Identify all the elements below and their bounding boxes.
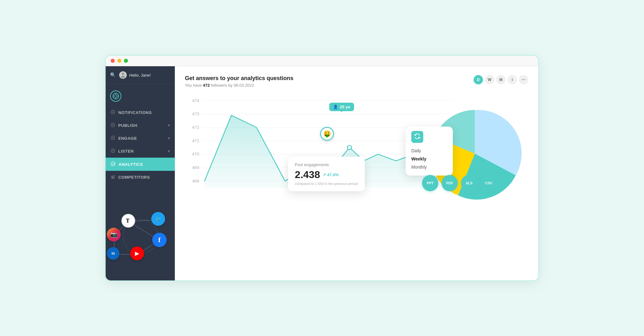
sidebar-item-notifications[interactable]: NOTIFICATIONS [106, 106, 175, 119]
search-icon[interactable]: 🔍 [110, 72, 116, 78]
chart-marker-emoji: 🤑 [323, 130, 331, 138]
sidebar-item-listen[interactable]: LISTEN ▾ [106, 145, 175, 158]
subtitle-prefix: You have [185, 83, 203, 88]
period-btn-i[interactable]: i [508, 75, 517, 84]
sidebar-item-label-competitors: COMPETITORS [118, 175, 150, 180]
social-node-instagram[interactable]: 📷 [107, 228, 121, 241]
tooltip-age-value: 25 yo [340, 105, 350, 109]
sidebar-item-publish[interactable]: PUBLISH ▾ [106, 119, 175, 132]
age-tooltip: 👤 25 yo [329, 103, 354, 111]
sidebar-item-label-publish: PUBLISH [118, 123, 137, 128]
export-btn-ppt[interactable]: PPT [422, 175, 438, 191]
browser-titlebar [106, 56, 538, 66]
chevron-down-icon: ▾ [168, 123, 170, 127]
sidebar: 🔍 Hello, Jane! [106, 66, 175, 280]
competitors-icon [111, 175, 115, 180]
subtitle-suffix: followers by 06.03.2022 [210, 83, 254, 88]
chart-area: 474 473 472 471 470 469 468 [185, 94, 528, 194]
period-controls: D W M i ⋯ [474, 75, 528, 84]
engagement-card: Post engagements 2.438 ↗ 47,4% compared … [288, 157, 365, 191]
sidebar-item-label-engage: ENGAGE [118, 136, 137, 141]
svg-text:470: 470 [192, 152, 199, 157]
svg-point-3 [114, 95, 117, 97]
sidebar-item-label-notifications: NOTIFICATIONS [118, 110, 152, 115]
svg-rect-19 [112, 177, 114, 178]
frequency-item-weekly[interactable]: Weekly [411, 155, 445, 163]
svg-point-42 [347, 145, 352, 149]
analytics-icon [111, 161, 115, 167]
social-node-youtube[interactable]: ▶ [130, 247, 144, 260]
brand-area [106, 84, 175, 105]
engagement-compare: compared to 1.654 in the previous period [295, 182, 358, 186]
engagement-number: 2.438 [295, 169, 320, 181]
export-buttons: PPT PDF XLS CSV [422, 175, 497, 191]
export-btn-csv[interactable]: CSV [480, 175, 497, 191]
chevron-down-icon-engage: ▾ [168, 136, 170, 140]
sidebar-item-engage[interactable]: ENGAGE ▾ [106, 132, 175, 145]
frequency-item-daily[interactable]: Daily [411, 147, 445, 155]
main-content: Get answers to your analytics questions … [175, 66, 538, 280]
sidebar-nav: NOTIFICATIONS PUBLISH ▾ [106, 105, 175, 208]
social-node-linkedin[interactable]: in [107, 247, 119, 260]
browser-dot-green [124, 59, 128, 63]
refresh-icon [414, 133, 421, 141]
avatar [119, 71, 127, 79]
export-btn-xls[interactable]: XLS [461, 175, 477, 191]
publish-icon [111, 123, 115, 128]
period-btn-d[interactable]: D [474, 75, 483, 84]
svg-point-0 [122, 73, 124, 75]
svg-text:𝕋: 𝕋 [125, 218, 130, 224]
svg-text:469: 469 [192, 165, 199, 170]
frequency-card: Daily Weekly Monthly [406, 127, 453, 176]
user-name: Hello, Jane! [129, 73, 151, 78]
svg-point-9 [112, 111, 114, 113]
sidebar-header: 🔍 Hello, Jane! [106, 66, 175, 84]
svg-point-13 [112, 137, 114, 138]
svg-text:473: 473 [192, 112, 199, 117]
svg-point-15 [112, 150, 114, 151]
followers-count: 472 [203, 83, 210, 88]
social-node-twitter[interactable]: 🐦 [151, 212, 165, 226]
engage-icon [111, 136, 115, 141]
svg-text:472: 472 [192, 125, 199, 130]
chevron-down-icon-listen: ▾ [168, 149, 170, 153]
engagement-label: Post engagements [295, 162, 358, 167]
frequency-header-icon [411, 131, 423, 143]
frequency-item-monthly[interactable]: Monthly [411, 163, 445, 171]
export-btn-pdf[interactable]: PDF [441, 175, 458, 191]
social-network-area: 𝕋 🐦 📷 f in ▶ [106, 208, 175, 280]
browser-body: 🔍 Hello, Jane! [106, 66, 538, 280]
listen-icon [111, 149, 115, 154]
social-node-facebook[interactable]: f [152, 233, 167, 247]
period-btn-m[interactable]: M [496, 75, 506, 84]
sidebar-item-analytics[interactable]: ANALYTICS [106, 158, 175, 171]
brand-icon [110, 90, 121, 102]
svg-text:474: 474 [192, 98, 199, 103]
svg-point-11 [112, 124, 114, 126]
notifications-icon [111, 110, 115, 115]
svg-text:468: 468 [192, 179, 199, 183]
sidebar-item-label-listen: LISTEN [118, 149, 134, 154]
period-btn-more[interactable]: ⋯ [519, 75, 528, 84]
tooltip-person-icon: 👤 [333, 105, 338, 109]
browser-dot-red [111, 59, 115, 63]
engagement-value: 2.438 ↗ 47,4% [295, 169, 358, 181]
sidebar-item-label-analytics: ANALYTICS [119, 162, 143, 167]
svg-text:471: 471 [192, 138, 199, 143]
user-greeting-area: Hello, Jane! [119, 71, 151, 79]
chart-marker: 🤑 [320, 127, 334, 141]
period-btn-w[interactable]: W [485, 75, 494, 84]
social-node-tiktok[interactable]: 𝕋 [121, 214, 135, 228]
sidebar-item-competitors[interactable]: COMPETITORS [106, 171, 175, 184]
svg-point-1 [121, 76, 125, 78]
engagement-change: ↗ 47,4% [323, 172, 339, 177]
browser-window: 🔍 Hello, Jane! [105, 55, 539, 281]
browser-dot-yellow [117, 59, 121, 63]
